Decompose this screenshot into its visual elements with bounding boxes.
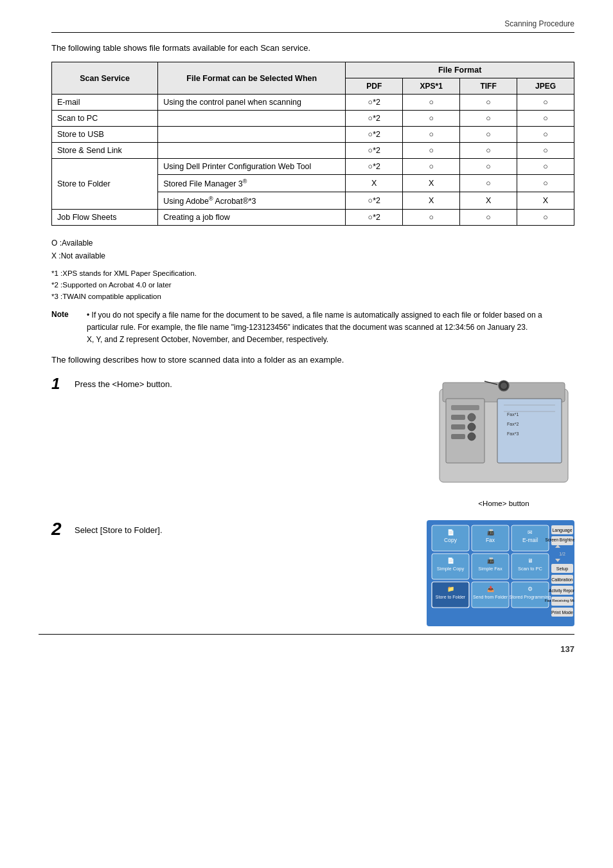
footnote: *2 :Supported on Acrobat 4.0 or later [51,279,574,291]
page: Scanning Procedure The following table s… [0,0,613,667]
cell-tiff: ○ [460,159,517,175]
intro-text: The following table shows file formats a… [51,43,574,53]
cell-xps: ○ [403,159,460,175]
cell-tiff: ○ [460,175,517,192]
step-2: 2 Select [Store to Folder]. 📄 Copy 📠 Fax… [51,520,574,628]
cell-xps: X [403,192,460,210]
step-2-image: 📄 Copy 📠 Fax ✉ E-mail 📄 Simple Copy 📠 Si… [427,520,574,628]
cell-xps: X [403,175,460,192]
svg-text:Simple Fax: Simple Fax [478,566,502,572]
cell-jpeg: ○ [517,143,574,159]
col-pdf: PDF [346,78,403,95]
svg-text:📁: 📁 [447,585,455,593]
cell-tiff: ○ [460,95,517,111]
svg-text:Fax*2: Fax*2 [507,422,519,426]
svg-text:📤: 📤 [487,585,495,593]
svg-rect-11 [451,424,465,429]
page-header: Scanning Procedure [51,19,574,33]
cell-pdf: ○*2 [346,159,403,175]
svg-text:📠: 📠 [487,529,495,536]
cell-xps: ○ [403,111,460,127]
cell-service: Job Flow Sheets [52,210,158,226]
cell-condition: Using the control panel when scanning [158,95,346,111]
svg-text:Simple Copy: Simple Copy [437,566,465,572]
svg-text:Language: Language [552,528,572,533]
svg-text:⚙: ⚙ [528,586,533,592]
cell-service: Store to USB [52,127,158,143]
svg-text:Setup: Setup [556,566,568,572]
footer-line [39,634,574,635]
svg-text:Copy: Copy [444,537,458,543]
cell-service: Store to Folder [52,159,158,210]
cell-pdf: ○*2 [346,210,403,226]
note-bullet: • [87,311,92,320]
cell-jpeg: ○ [517,95,574,111]
cell-condition: Using Dell Printer Configuration Web Too… [158,159,346,175]
legend-not-available: X :Not available [51,250,574,262]
table-row: E-mail Using the control panel when scan… [52,95,574,111]
cell-pdf: ○*2 [346,95,403,111]
cell-pdf: ○*2 [346,111,403,127]
cell-tiff: X [460,192,517,210]
svg-text:Fax Receiving Mode: Fax Receiving Mode [545,599,574,602]
step-1: 1 Press the <Home> button. [51,376,574,507]
svg-text:Activity Report: Activity Report [549,588,574,593]
legend: O :Available X :Not available [51,237,574,262]
section-intro: The following describes how to store sca… [51,355,574,365]
svg-text:Send from Folder: Send from Folder [473,595,508,599]
cell-pdf: ○*2 [346,192,403,210]
legend-available: O :Available [51,237,574,249]
cell-condition [158,111,346,127]
note-continuation: X, Y, and Z represent October, November,… [87,335,328,344]
svg-text:Store to Folder: Store to Folder [436,595,466,599]
cell-pdf: X [346,175,403,192]
svg-rect-9 [451,415,465,420]
cell-jpeg: ○ [517,175,574,192]
svg-point-10 [468,413,475,421]
cell-service: E-mail [52,95,158,111]
cell-xps: ○ [403,143,460,159]
svg-text:Fax*1: Fax*1 [507,412,519,417]
table-row: Scan to PC ○*2 ○ ○ ○ [52,111,574,127]
cell-condition: Using Adobe® Acrobat®*3 [158,192,346,210]
col-xps: XPS*1 [403,78,460,95]
cell-condition [158,143,346,159]
cell-pdf: ○*2 [346,127,403,143]
cell-condition: Stored File Manager 3® [158,175,346,192]
svg-rect-8 [451,405,479,410]
svg-text:📠: 📠 [487,557,495,565]
cell-xps: ○ [403,127,460,143]
cell-condition [158,127,346,143]
col-scan-service: Scan Service [52,62,158,95]
svg-text:✉: ✉ [528,529,533,536]
svg-text:Fax*3: Fax*3 [507,431,519,436]
cell-jpeg: ○ [517,159,574,175]
note-text: If you do not specify a file name for th… [87,311,542,332]
note-content: • If you do not specify a file name for … [87,309,574,347]
svg-text:Fax: Fax [486,537,495,543]
footnote: *1 :XPS stands for XML Paper Specificati… [51,267,574,279]
step-2-number: 2 [51,519,75,539]
svg-rect-2 [497,399,562,463]
note-label: Note [51,309,87,319]
svg-text:📄: 📄 [447,557,455,565]
cell-tiff: ○ [460,210,517,226]
cell-jpeg: ○ [517,210,574,226]
cell-jpeg: X [517,192,574,210]
header-title: Scanning Procedure [504,19,574,28]
table-row: Store & Send Link ○*2 ○ ○ ○ [52,143,574,159]
svg-point-7 [501,383,507,389]
scan-table: Scan Service File Format can be Selected… [51,62,574,226]
step-1-image: Fax*1 Fax*2 Fax*3 <Home> button [433,376,574,507]
col-format-when: File Format can be Selected When [158,62,346,95]
cell-condition: Creating a job flow [158,210,346,226]
table-row: Job Flow Sheets Creating a job flow ○*2 … [52,210,574,226]
svg-text:📄: 📄 [447,529,455,536]
cell-service: Store & Send Link [52,143,158,159]
step-2-text: Select [Store to Folder]. [75,520,414,535]
svg-text:Print Mode: Print Mode [551,610,573,615]
cell-tiff: ○ [460,127,517,143]
cell-tiff: ○ [460,111,517,127]
svg-text:E-mail: E-mail [522,537,538,543]
footnote: *3 :TWAIN compatible application [51,291,574,302]
